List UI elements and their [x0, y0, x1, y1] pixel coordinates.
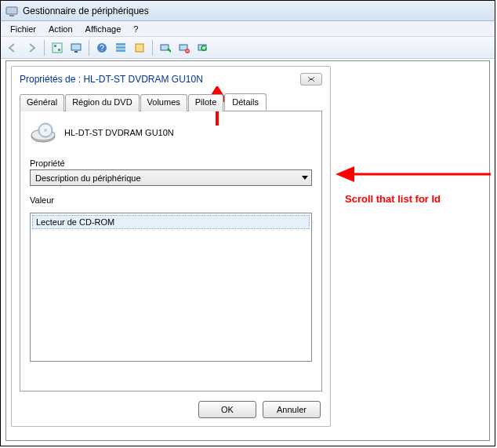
window-title: Gestionnaire de périphériques — [23, 5, 149, 16]
props-icon[interactable] — [131, 39, 148, 56]
svg-rect-11 — [116, 49, 125, 52]
toolbar: ? — [1, 37, 495, 59]
property-combobox[interactable]: Description du périphérique — [30, 169, 312, 186]
forward-button[interactable] — [23, 39, 40, 56]
svg-text:?: ? — [100, 44, 104, 53]
value-label: Valeur — [30, 195, 312, 205]
device-manager-icon — [5, 5, 18, 17]
app-window: Gestionnaire de périphériques Fichier Ac… — [0, 0, 495, 446]
annotation-text: Scroll that list for Id — [345, 193, 441, 205]
dvd-drive-icon — [30, 121, 56, 144]
view-icon[interactable] — [112, 39, 129, 56]
chevron-down-icon — [302, 176, 308, 180]
svg-rect-9 — [116, 43, 125, 46]
tab-container: Général Région du DVD Volumes Pilote Dét… — [20, 93, 322, 392]
menu-affichage[interactable]: Affichage — [79, 23, 128, 35]
menu-help[interactable]: ? — [127, 23, 144, 35]
cancel-button[interactable]: Annuler — [263, 401, 321, 418]
list-item[interactable]: Lecteur de CD-ROM — [32, 215, 310, 229]
device-name: HL-DT-ST DVDRAM GU10N — [64, 128, 174, 137]
svg-rect-4 — [58, 49, 60, 51]
svg-rect-1 — [9, 15, 14, 16]
svg-rect-6 — [74, 51, 78, 53]
menu-action[interactable]: Action — [42, 23, 79, 35]
toolbar-separator — [44, 40, 45, 56]
close-button[interactable] — [300, 73, 322, 86]
tab-general[interactable]: Général — [20, 94, 64, 111]
tab-volumes[interactable]: Volumes — [140, 94, 187, 111]
uninstall-icon[interactable] — [176, 39, 193, 56]
menubar: Fichier Action Affichage ? — [1, 21, 495, 37]
scan-icon[interactable] — [157, 39, 174, 56]
tab-details[interactable]: Détails — [224, 93, 267, 111]
svg-point-21 — [44, 129, 47, 132]
monitor-icon[interactable] — [67, 39, 85, 56]
toolbar-separator — [152, 40, 153, 56]
value-listbox[interactable]: Lecteur de CD-ROM — [30, 213, 312, 362]
svg-rect-3 — [54, 45, 56, 47]
titlebar: Gestionnaire de périphériques — [1, 1, 495, 21]
dialog-title: Propriétés de : HL-DT-ST DVDRAM GU10N — [20, 74, 203, 85]
content-pane: Propriétés de : HL-DT-ST DVDRAM GU10N Gé… — [5, 60, 490, 441]
tab-pilote[interactable]: Pilote — [188, 94, 224, 111]
property-value: Description du périphérique — [35, 173, 141, 183]
ok-button[interactable]: OK — [198, 401, 256, 418]
tab-body: HL-DT-ST DVDRAM GU10N Propriété Descript… — [20, 111, 322, 392]
svg-rect-2 — [53, 43, 62, 53]
svg-rect-0 — [6, 7, 17, 14]
property-label: Propriété — [30, 158, 312, 168]
tab-region[interactable]: Région du DVD — [65, 94, 139, 111]
help-icon[interactable]: ? — [93, 39, 111, 56]
properties-dialog: Propriétés de : HL-DT-ST DVDRAM GU10N Gé… — [11, 66, 331, 427]
menu-fichier[interactable]: Fichier — [4, 23, 42, 35]
close-icon — [307, 76, 316, 82]
devtree-icon[interactable] — [49, 39, 66, 56]
back-button[interactable] — [4, 39, 21, 56]
svg-rect-5 — [71, 44, 81, 50]
svg-rect-12 — [136, 44, 143, 52]
toolbar-separator — [89, 40, 89, 56]
update-icon[interactable] — [194, 39, 212, 56]
svg-rect-10 — [116, 46, 125, 49]
annotation-arrow-left — [334, 163, 491, 185]
svg-rect-13 — [161, 45, 169, 50]
